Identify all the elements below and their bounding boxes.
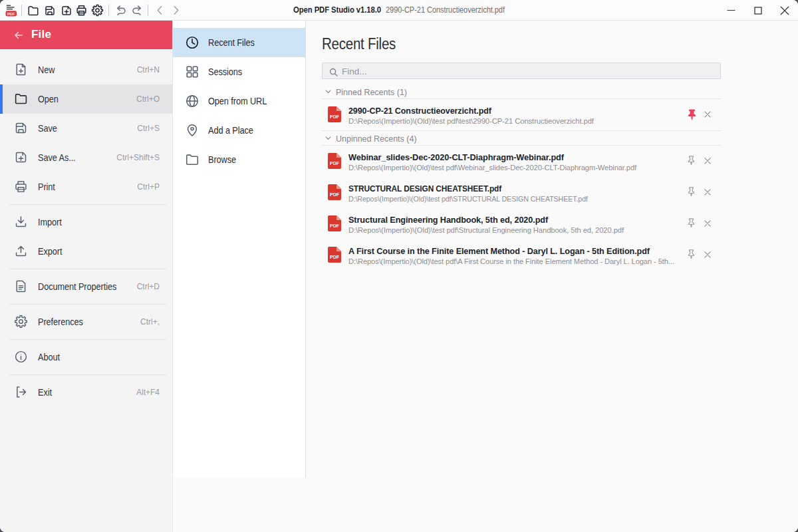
svg-text:PDF: PDF bbox=[330, 114, 340, 119]
svg-text:PDF: PDF bbox=[7, 11, 15, 15]
svg-text:PDF: PDF bbox=[330, 255, 340, 259]
svg-text:PDF: PDF bbox=[330, 161, 340, 166]
svg-text:PDF: PDF bbox=[330, 192, 340, 197]
svg-text:PDF: PDF bbox=[330, 223, 340, 228]
